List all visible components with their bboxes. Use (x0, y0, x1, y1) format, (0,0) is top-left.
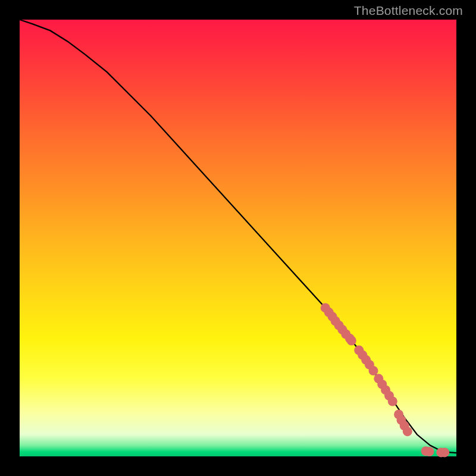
highlighted-points (321, 303, 449, 457)
plot-area (20, 20, 456, 456)
data-point (403, 427, 412, 436)
watermark: TheBottleneck.com (354, 4, 463, 18)
bottleneck-curve (20, 20, 456, 453)
data-point (440, 447, 449, 457)
chart-frame: TheBottleneck.com (0, 0, 476, 476)
data-point (425, 447, 434, 456)
data-point (388, 397, 397, 406)
data-point (369, 366, 378, 375)
curve-layer (20, 20, 456, 456)
data-point (347, 336, 356, 346)
